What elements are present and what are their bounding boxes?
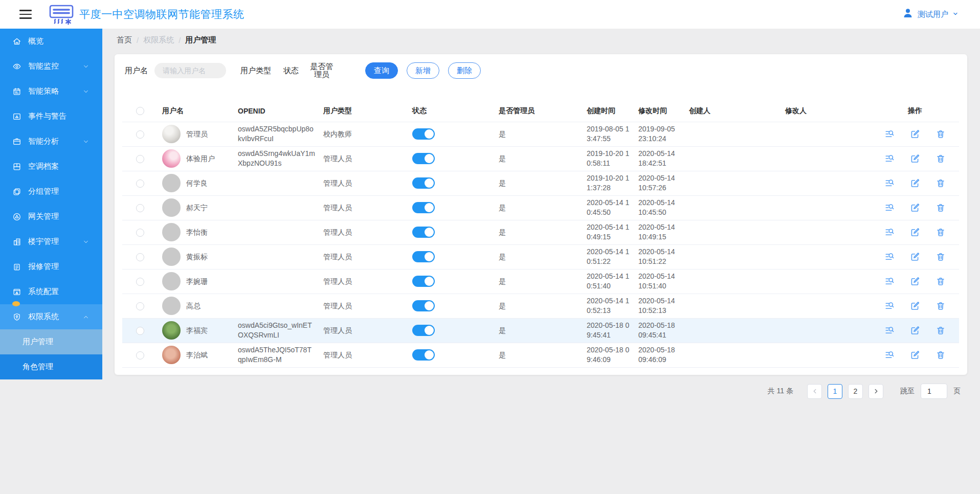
table-row[interactable]: 李福宾oswdA5ci9Gtso_wInETOXQSRvmLI管理人员是2020… [122,318,959,343]
row-select-radio[interactable] [136,351,144,360]
user-menu[interactable]: 测试用户 [902,0,959,29]
row-select-radio[interactable] [136,130,144,139]
view-detail-button[interactable] [884,129,895,139]
table-row[interactable]: 李治斌oswdA5TheJQI5oT78TqpIwEm8G-M管理人员是2020… [122,343,959,367]
sidebar-item-gateway[interactable]: 网关管理 [0,204,102,229]
breadcrumb-item[interactable]: 权限系统 [143,35,174,45]
status-toggle[interactable] [412,349,435,361]
pagination: 共 11 条12跳至页 [768,384,961,399]
edit-button[interactable] [910,129,920,139]
search-button[interactable]: 查询 [365,62,398,79]
table-row[interactable]: 李婉珊管理人员是2020-05-14 10:51:402020-05-14 10… [122,269,959,294]
delete-button[interactable] [936,325,946,335]
table-row[interactable]: 黄振标管理人员是2020-05-14 10:51:222020-05-14 10… [122,244,959,269]
edit-button[interactable] [910,178,920,188]
modified-cell: 2020-05-14 10:45:50 [634,195,685,220]
page-button-2[interactable]: 2 [848,384,863,399]
table-row[interactable]: 何学良管理人员是2019-10-20 11:37:282020-05-14 10… [122,171,959,195]
sidebar-item-analysis[interactable]: 智能分析 [0,129,102,154]
status-toggle[interactable] [412,128,435,140]
status-toggle[interactable] [412,325,435,336]
delete-button[interactable] [936,227,946,237]
sidebar-item-label: 智能策略 [28,86,59,96]
prev-page-button[interactable] [807,384,822,399]
sidebar-item-strategy[interactable]: 智能策略 [0,79,102,104]
delete-button[interactable] [936,252,946,262]
delete-button[interactable] [936,129,946,139]
sidebar-item-alert[interactable]: 事件与警告 [0,104,102,129]
sidebar-item-group[interactable]: 分组管理 [0,179,102,204]
sidebar-item-building[interactable]: 楼宇管理 [0,229,102,254]
avatar [162,297,181,315]
row-select-radio[interactable] [136,229,144,237]
status-toggle[interactable] [412,227,435,238]
page-button-1[interactable]: 1 [828,384,842,399]
created-cell: 2020-05-14 10:45:50 [583,195,634,220]
delete-button[interactable] [936,301,946,311]
table-row[interactable]: 管理员oswdA5ZR5bqcbpUp8okvIbvRFcuI校内教师是2019… [122,122,959,146]
sidebar-subitem-active[interactable]: 用户管理 [0,329,102,354]
view-detail-button[interactable] [884,203,895,213]
view-detail-button[interactable] [884,276,895,286]
row-select-radio[interactable] [136,327,144,335]
view-detail-button[interactable] [884,325,895,335]
sidebar-subitem-item[interactable]: 角色管理 [0,354,102,379]
row-select-radio[interactable] [136,179,144,188]
edit-button[interactable] [910,301,920,311]
view-detail-button[interactable] [884,252,895,262]
status-toggle[interactable] [412,251,435,262]
edit-button[interactable] [910,276,920,286]
openid-cell: oswdA5Srng4wkUaY1mXbpzNOU91s [234,146,319,171]
sidebar-item-permission[interactable]: 权限系统 [0,304,102,329]
sidebar-item-config[interactable]: 系统配置 [0,279,102,304]
view-detail-button[interactable] [884,227,895,237]
edit-button[interactable] [910,252,920,262]
view-detail-button[interactable] [884,153,895,164]
select-all-radio[interactable] [136,107,144,115]
table-row[interactable]: 高总管理人员是2020-05-14 10:52:132020-05-14 10:… [122,294,959,318]
chevron-down-icon [83,239,89,245]
table-row[interactable]: 李怡衡管理人员是2020-05-14 10:49:152020-05-14 10… [122,220,959,244]
sidebar-item-archive[interactable]: 空调档案 [0,154,102,179]
status-toggle[interactable] [412,153,435,164]
sidebar-item-repair[interactable]: 报修管理 [0,254,102,279]
view-detail-button[interactable] [884,178,895,188]
delete-button[interactable] [936,350,946,360]
row-select-radio[interactable] [136,302,144,310]
edit-button[interactable] [910,350,920,360]
jump-page-input[interactable] [921,384,947,399]
status-toggle[interactable] [412,202,435,213]
status-toggle[interactable] [412,177,435,189]
sidebar-item-home[interactable]: 概览 [0,29,102,54]
content-card: 用户名 用户类型 状态 是否管理员 查询 新增 删除 用户名OPENID用户类型… [115,54,967,375]
view-detail-button[interactable] [884,301,895,311]
username-input[interactable] [154,63,226,78]
breadcrumb-item[interactable]: 首页 [117,35,132,45]
row-select-radio[interactable] [136,253,144,261]
edit-button[interactable] [910,227,920,237]
edit-button[interactable] [910,203,920,213]
edit-button[interactable] [910,153,920,164]
openid-cell [234,269,319,294]
status-toggle[interactable] [412,300,435,311]
row-select-radio[interactable] [136,278,144,286]
row-select-radio[interactable] [136,204,144,212]
sidebar-item-label: 智能监控 [28,61,59,71]
delete-button[interactable] [936,153,946,164]
creator-cell [685,171,781,195]
status-toggle[interactable] [412,276,435,287]
sidebar-item-eye[interactable]: 智能监控 [0,54,102,79]
delete-button[interactable] [936,203,946,213]
delete-button[interactable] [936,276,946,286]
menu-toggle-icon[interactable] [19,10,32,19]
table-row[interactable]: 体验用户oswdA5Srng4wkUaY1mXbpzNOU91s管理人员是201… [122,146,959,171]
delete-button[interactable]: 删除 [448,62,481,79]
table-row[interactable]: 郝天宁管理人员是2020-05-14 10:45:502020-05-14 10… [122,195,959,220]
eye-icon [12,62,21,71]
edit-button[interactable] [910,325,920,335]
row-select-radio[interactable] [136,155,144,163]
view-detail-button[interactable] [884,350,895,360]
next-page-button[interactable] [868,384,883,399]
delete-button[interactable] [936,178,946,188]
add-button[interactable]: 新增 [407,62,439,79]
